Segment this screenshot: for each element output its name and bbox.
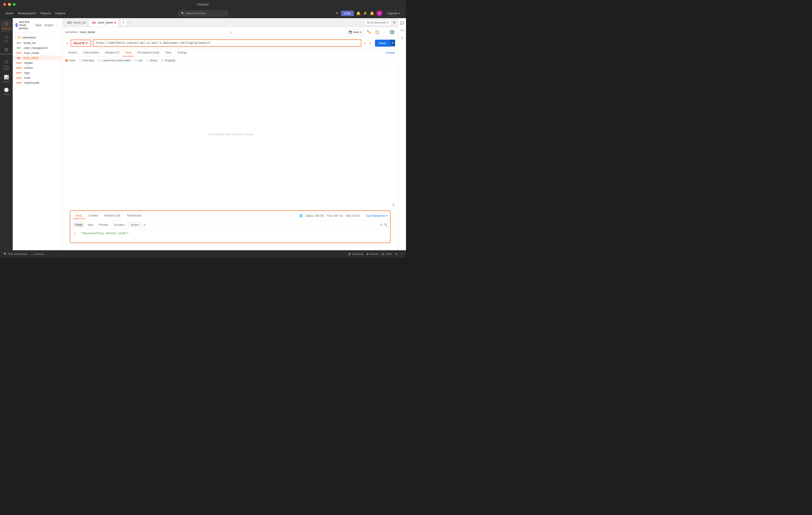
bootcamp-button[interactable]: 🚀 Bootcamp xyxy=(348,252,364,255)
tab-pre-request[interactable]: Pre-request Script xyxy=(135,49,162,56)
info-icon-button[interactable]: ℹ️ xyxy=(389,29,395,35)
console-button[interactable]: ⬚ Console xyxy=(31,252,44,255)
format-selector[interactable]: JSON ▾ xyxy=(129,223,142,228)
wrap-lines-icon[interactable]: ≡ xyxy=(143,223,145,227)
resp-view-pretty[interactable]: Pretty xyxy=(73,222,85,228)
save-button[interactable]: 💾 Save ▾ xyxy=(346,29,364,35)
runner-button[interactable]: ▶ Runner xyxy=(367,252,378,255)
radio-form-data[interactable]: form-data xyxy=(79,59,94,62)
eye-icon[interactable]: 👁 xyxy=(393,21,396,25)
icon-sidebar: ☰ Collections ◇ APIs ⊡ Environments ⬡ Mo… xyxy=(0,18,13,250)
radio-urlencoded[interactable]: x-www-form-urlencoded xyxy=(98,59,130,62)
tab-params[interactable]: Params xyxy=(65,49,80,56)
sidebar-item-collections[interactable]: ☰ Collections xyxy=(1,20,12,32)
maximize-button[interactable] xyxy=(13,3,16,6)
send-button[interactable]: Send xyxy=(375,40,390,47)
notification-icon[interactable]: 🔔 xyxy=(370,11,374,16)
comments-icon[interactable]: 💬 xyxy=(399,20,405,26)
tab-authorization[interactable]: Authorization xyxy=(81,49,102,56)
refresh-icon[interactable]: ↻ xyxy=(336,11,339,16)
avatar[interactable]: A xyxy=(377,10,382,16)
layout-icon[interactable]: ⊞ xyxy=(395,252,397,255)
url-input[interactable]: https://oq97x0ev1i.execute-api.us-east-1… xyxy=(93,39,361,47)
radio-graphql[interactable]: GraphQL xyxy=(161,59,176,62)
sidebar-item-monitors[interactable]: 📊 Monitors xyxy=(1,73,12,85)
tab-book-delete[interactable]: DEL book_delete xyxy=(89,19,119,27)
radio-binary[interactable]: binary xyxy=(146,59,157,62)
find-replace-button[interactable]: 🔍 Find and Replace xyxy=(4,252,27,255)
bell-icon[interactable]: 🔔 xyxy=(356,11,361,16)
lightning-icon[interactable]: ⚡ xyxy=(363,11,368,16)
workspaces-link[interactable]: Workspaces ▾ xyxy=(16,11,38,16)
upgrade-button[interactable]: Upgrade ▾ xyxy=(385,10,402,16)
content-area: GET books_list DEL book_delete + ··· No … xyxy=(62,18,398,250)
send-dropdown-button[interactable]: ▾ xyxy=(390,40,395,47)
annotation-5: 5 xyxy=(66,204,394,207)
radio-raw[interactable]: raw xyxy=(134,59,142,62)
apis-icon: ◇ xyxy=(5,34,8,39)
sidebar-item-login[interactable]: POST login xyxy=(13,70,62,75)
more-icon-button[interactable]: ··· xyxy=(382,29,387,35)
code-icon[interactable]: </> xyxy=(399,27,405,33)
more-options-button[interactable]: ··· xyxy=(55,23,60,27)
tab-books-list[interactable]: GET books_list xyxy=(64,19,88,27)
resp-tab-headers[interactable]: Headers (10) xyxy=(102,213,123,219)
sidebar-item-environments[interactable]: ⊡ Environments xyxy=(1,45,12,57)
chevron-down-icon: ▾ xyxy=(16,36,17,39)
invite-button[interactable]: Invite xyxy=(341,11,354,16)
close-button[interactable] xyxy=(3,3,6,6)
help-icon[interactable]: ? xyxy=(401,252,402,255)
minimize-button[interactable] xyxy=(8,3,11,6)
resp-view-visualize[interactable]: Visualize xyxy=(112,222,127,228)
method-badge-post: POST xyxy=(16,62,23,64)
sidebar-item-order[interactable]: POST order xyxy=(13,75,62,81)
sidebar-item-apis[interactable]: ◇ APIs xyxy=(1,33,12,44)
resp-view-raw[interactable]: Raw xyxy=(85,222,95,228)
radio-dot-raw xyxy=(134,59,137,62)
sidebar-item-order-management[interactable]: GET order_management xyxy=(13,46,62,51)
tab-headers[interactable]: Headers (7) xyxy=(102,49,122,56)
response-wrapper: 5 Body Cookies Headers (10) Test Results… xyxy=(62,204,398,250)
status-label: Status: 200 OK xyxy=(306,214,324,217)
tab-tests[interactable]: Tests xyxy=(163,49,174,56)
import-button[interactable]: Import xyxy=(44,23,54,27)
trash-button[interactable]: 🗑 Trash xyxy=(382,252,392,255)
unsaved-indicator xyxy=(114,22,116,24)
add-tab-button[interactable]: + xyxy=(120,20,126,26)
explore-link[interactable]: Explore xyxy=(54,11,67,16)
reports-link[interactable]: Reports xyxy=(39,11,53,16)
edit-icon-button[interactable]: ✏️ xyxy=(366,29,372,35)
doc-icon-button[interactable]: 📋 xyxy=(374,29,380,35)
sidebar-item-order-handle[interactable]: POST order/handle xyxy=(13,81,62,85)
cookies-link[interactable]: Cookies xyxy=(385,51,395,54)
save-response-button[interactable]: Save Response ▾ xyxy=(366,214,387,217)
resp-tab-test-results[interactable]: Test Results xyxy=(124,213,144,219)
home-link[interactable]: Home xyxy=(4,11,15,16)
sidebar-item-register[interactable]: POST register xyxy=(13,60,62,65)
sidebar-item-history[interactable]: 🕐 History xyxy=(1,86,12,97)
sidebar-item-book-delete[interactable]: DEL book_delete xyxy=(13,56,62,60)
resp-view-preview[interactable]: Preview xyxy=(96,222,111,228)
size-info: Size: 524 B xyxy=(346,214,359,217)
resp-tab-body[interactable]: Body xyxy=(73,213,85,219)
search-response-icon[interactable]: 🔍 xyxy=(384,223,387,227)
tabs-more-button[interactable]: ··· xyxy=(127,20,132,26)
sidebar-item-book-create[interactable]: POST book_create xyxy=(13,51,62,56)
sidebar-item-confirm[interactable]: POST confirm xyxy=(13,65,62,70)
sidebar-item-mock-servers[interactable]: ⬡ Mock Servers xyxy=(1,58,12,72)
environment-selector: No Environment ▾ 👁 xyxy=(364,20,396,25)
new-collection-button[interactable]: New xyxy=(34,23,42,27)
search-bar[interactable]: 🔍 Search Postman xyxy=(178,10,228,16)
method-selector[interactable]: DELETE ▾ xyxy=(71,40,91,47)
resp-tab-cookies[interactable]: Cookies xyxy=(85,213,100,219)
tab-body[interactable]: Body xyxy=(122,49,134,56)
collection-folder-serverless[interactable]: ▾ 📁 serverless xyxy=(13,34,62,40)
method-badge-post: POST xyxy=(16,82,23,84)
annotation-2: 2 xyxy=(65,42,69,44)
empty-body-message: This request does not have a body xyxy=(62,65,398,204)
sidebar-item-books-list[interactable]: GET books_list xyxy=(13,40,62,46)
radio-none[interactable]: none xyxy=(65,59,75,62)
copy-icon[interactable]: ⧉ xyxy=(380,223,382,227)
tab-settings[interactable]: Settings xyxy=(175,49,190,56)
info-icon[interactable]: ℹ xyxy=(399,34,405,41)
